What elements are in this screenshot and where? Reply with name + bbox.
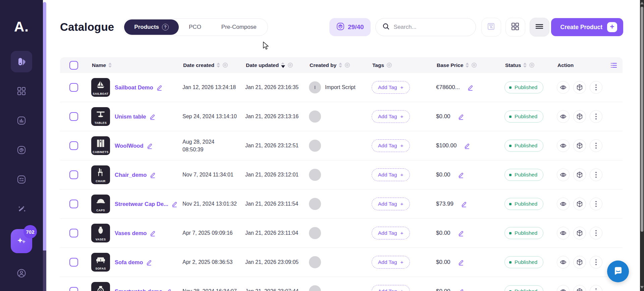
product-thumbnail[interactable]: SOFAS xyxy=(91,253,110,272)
edit-name-icon[interactable] xyxy=(150,230,156,236)
create-product-button[interactable]: Create Product + xyxy=(551,18,623,36)
edit-price-icon[interactable] xyxy=(458,259,464,266)
row-checkbox[interactable] xyxy=(69,229,78,237)
scroll-down-icon[interactable] xyxy=(640,286,644,289)
edit-name-icon[interactable] xyxy=(149,114,156,120)
add-tag-button[interactable]: Add Tag+ xyxy=(372,139,410,152)
edit-price-icon[interactable] xyxy=(464,143,470,149)
sort-icon[interactable] xyxy=(339,63,342,68)
row-checkbox[interactable] xyxy=(69,112,78,121)
product-thumbnail[interactable] xyxy=(91,282,110,291)
edit-name-icon[interactable] xyxy=(171,201,178,207)
page-scrollbar[interactable] xyxy=(640,0,644,291)
add-tag-button[interactable]: Add Tag+ xyxy=(372,285,410,291)
product-thumbnail[interactable]: CAPS xyxy=(91,195,110,213)
sidebar-item-tasks[interactable] xyxy=(11,169,32,190)
edit-name-icon[interactable] xyxy=(165,288,172,291)
filter-button[interactable] xyxy=(481,18,501,37)
more-options-button[interactable] xyxy=(590,110,602,123)
more-options-button[interactable] xyxy=(590,168,602,181)
model-3d-button[interactable] xyxy=(573,285,586,291)
model-3d-button[interactable] xyxy=(573,168,586,181)
product-name-link[interactable]: Streetwear Cap De... xyxy=(115,201,178,207)
edit-price-icon[interactable] xyxy=(461,201,467,207)
column-settings-icon[interactable] xyxy=(610,62,617,70)
add-tag-button[interactable]: Add Tag+ xyxy=(372,168,410,181)
edit-name-icon[interactable] xyxy=(156,84,163,91)
tab-pre-compose[interactable]: Pre-Compose xyxy=(211,19,267,35)
edit-price-icon[interactable] xyxy=(458,230,464,236)
add-tag-button[interactable]: Add Tag+ xyxy=(372,227,410,239)
column-visibility-eye-icon[interactable] xyxy=(222,62,228,68)
preview-button[interactable] xyxy=(557,139,570,152)
sidebar-item-integrations[interactable] xyxy=(11,139,32,161)
sidebar-item-analytics[interactable] xyxy=(11,110,32,131)
preview-button[interactable] xyxy=(557,227,570,239)
select-all-checkbox[interactable] xyxy=(69,61,78,70)
row-checkbox[interactable] xyxy=(69,287,78,291)
sort-icon[interactable] xyxy=(281,62,285,68)
sort-icon[interactable] xyxy=(466,63,469,68)
product-name-link[interactable]: Sailboat Demo xyxy=(115,84,163,91)
sort-icon[interactable] xyxy=(108,63,112,68)
edit-price-icon[interactable] xyxy=(458,172,464,178)
edit-price-icon[interactable] xyxy=(458,288,464,291)
help-icon[interactable]: ? xyxy=(162,24,169,30)
scrollbar-thumb[interactable] xyxy=(641,7,643,232)
column-visibility-eye-icon[interactable] xyxy=(529,62,535,68)
sidebar-item-ai-credits[interactable]: 702 xyxy=(11,228,32,254)
edit-name-icon[interactable] xyxy=(147,143,153,149)
more-options-button[interactable] xyxy=(590,81,602,94)
more-options-button[interactable] xyxy=(590,285,602,291)
content-scroll-track[interactable] xyxy=(43,250,46,291)
product-name-link[interactable]: Vases demo xyxy=(115,230,156,236)
model-3d-button[interactable] xyxy=(573,139,586,152)
preview-button[interactable] xyxy=(557,110,570,123)
product-thumbnail[interactable]: VASES xyxy=(91,224,110,242)
scroll-up-icon[interactable] xyxy=(640,2,644,4)
row-checkbox[interactable] xyxy=(69,170,78,179)
model-3d-button[interactable] xyxy=(573,227,586,239)
column-visibility-eye-icon[interactable] xyxy=(344,62,350,68)
product-thumbnail[interactable]: TABLES xyxy=(91,107,110,126)
product-thumbnail[interactable]: CABINETS xyxy=(91,136,110,155)
edit-price-icon[interactable] xyxy=(467,84,474,91)
model-3d-button[interactable] xyxy=(573,81,586,94)
sidebar-item-apps[interactable] xyxy=(11,80,32,102)
column-visibility-eye-icon[interactable] xyxy=(287,62,293,68)
sidebar-item-catalogue[interactable] xyxy=(11,51,32,72)
sort-icon[interactable] xyxy=(523,63,527,68)
model-3d-button[interactable] xyxy=(573,256,586,269)
product-name-link[interactable]: Chair_demo xyxy=(115,172,156,178)
search-input[interactable] xyxy=(394,24,469,30)
row-checkbox[interactable] xyxy=(69,200,78,208)
more-options-button[interactable] xyxy=(590,139,602,152)
sort-icon[interactable] xyxy=(217,63,220,68)
tab-products[interactable]: Products? xyxy=(124,19,179,35)
row-checkbox[interactable] xyxy=(69,141,78,150)
model-3d-button[interactable] xyxy=(573,198,586,210)
add-tag-button[interactable]: Add Tag+ xyxy=(372,198,410,210)
model-3d-button[interactable] xyxy=(573,110,586,123)
product-name-link[interactable]: Smartwatch demo xyxy=(115,288,172,291)
add-tag-button[interactable]: Add Tag+ xyxy=(372,256,410,269)
row-checkbox[interactable] xyxy=(69,258,78,267)
sidebar-item-magic-tools[interactable] xyxy=(11,198,32,220)
product-name-link[interactable]: Unism table xyxy=(115,114,156,120)
add-tag-button[interactable]: Add Tag+ xyxy=(372,110,410,123)
tab-pco[interactable]: PCO xyxy=(179,19,211,35)
list-view-button[interactable] xyxy=(530,18,549,37)
product-name-link[interactable]: Sofa demo xyxy=(115,259,152,266)
more-options-button[interactable] xyxy=(590,256,602,269)
sidebar-item-account[interactable] xyxy=(11,263,32,284)
preview-button[interactable] xyxy=(557,198,570,210)
edit-name-icon[interactable] xyxy=(146,259,152,266)
product-thumbnail[interactable]: SAILBOAT xyxy=(91,78,110,97)
column-visibility-eye-icon[interactable] xyxy=(386,62,392,68)
preview-button[interactable] xyxy=(557,168,570,181)
preview-button[interactable] xyxy=(557,81,570,94)
more-options-button[interactable] xyxy=(590,198,602,210)
add-tag-button[interactable]: Add Tag+ xyxy=(372,81,410,94)
preview-button[interactable] xyxy=(557,256,570,269)
product-name-link[interactable]: WoolWood xyxy=(115,143,153,149)
